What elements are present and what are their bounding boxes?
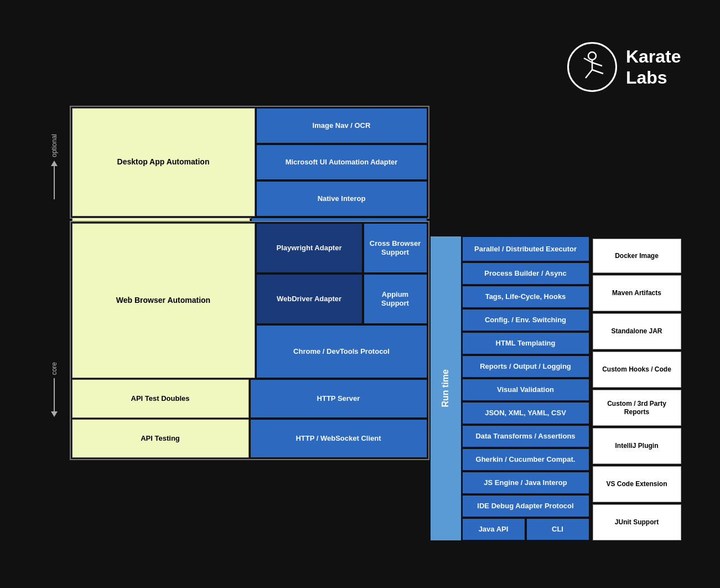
white-panels-list: Docker Image Maven Artifacts Standalone … [593, 239, 681, 540]
optional-arrow [51, 161, 58, 199]
api-test-doubles-row: API Test Doubles HTTP Server [72, 379, 427, 418]
ide-debug-btn[interactable]: IDE Debug Adapter Protocol [462, 495, 589, 517]
core-section: Web Browser Automation Playwright Adapte… [70, 221, 429, 460]
arrow-down-icon [51, 411, 58, 417]
logo-text: KarateLabs [626, 46, 681, 89]
logo-circle [567, 42, 617, 92]
support-col: Cross Browser Support Appium Support [364, 223, 427, 324]
web-browser-label: Web Browser Automation [72, 223, 255, 378]
config-env-btn[interactable]: Config. / Env. Switching [462, 309, 589, 331]
center-panels: Parallel / Distributed Executor Process … [462, 106, 589, 540]
svg-line-4 [586, 70, 592, 78]
api-testing-label: API Testing [72, 419, 249, 458]
data-transforms-btn[interactable]: Data Transforms / Assertions [462, 425, 589, 447]
vscode-extension-btn[interactable]: VS Code Extension [593, 466, 681, 502]
process-builder-btn[interactable]: Process Builder / Async [462, 262, 589, 285]
core-arrow-line [54, 378, 55, 411]
arrow-up-icon [51, 161, 58, 166]
intellij-plugin-btn[interactable]: IntelliJ Plugin [593, 428, 681, 464]
tags-lifecycle-btn[interactable]: Tags, Life-Cycle, Hooks [462, 286, 589, 308]
svg-line-5 [592, 70, 603, 74]
reports-output-btn[interactable]: Reports / Output / Logging [462, 355, 589, 378]
custom-hooks-btn[interactable]: Custom Hooks / Code [593, 352, 681, 388]
optional-arrow-group: optional [50, 106, 58, 228]
desktop-app-buttons: Image Nav / OCR Microsoft UI Automation … [256, 108, 427, 216]
far-right-spacer [593, 106, 681, 236]
http-websocket-btn[interactable]: HTTP / WebSocket Client [250, 419, 427, 458]
optional-section: Desktop App Automation Image Nav / OCR M… [70, 106, 429, 219]
runtime-col: Run time [431, 106, 461, 540]
optional-label: optional [50, 134, 58, 157]
desktop-app-label: Desktop App Automation [72, 108, 255, 216]
visual-validation-btn[interactable]: Visual Validation [462, 379, 589, 401]
center-area: Desktop App Automation Image Nav / OCR M… [70, 106, 429, 540]
core-label: core [50, 362, 58, 375]
api-testing-row: API Testing HTTP / WebSocket Client [72, 419, 427, 458]
http-server-btn[interactable]: HTTP Server [250, 379, 427, 418]
center-spacer [462, 106, 589, 236]
diagram: optional core Desktop [39, 106, 681, 540]
svg-point-0 [588, 52, 596, 60]
svg-line-2 [584, 58, 592, 63]
blue-panels-list: Parallel / Distributed Executor Process … [462, 236, 589, 540]
core-arrow [51, 378, 58, 417]
far-right-col: Docker Image Maven Artifacts Standalone … [593, 106, 681, 540]
web-browser-row: Web Browser Automation Playwright Adapte… [72, 223, 427, 378]
optional-inner: Desktop App Automation Image Nav / OCR M… [72, 108, 427, 216]
html-templating-btn[interactable]: HTML Templating [462, 332, 589, 354]
api-test-doubles-label: API Test Doubles [72, 379, 249, 418]
custom-3rd-party-btn[interactable]: Custom / 3rd Party Reports [593, 390, 681, 426]
image-nav-btn[interactable]: Image Nav / OCR [256, 108, 427, 143]
runtime-panel: Run time [431, 236, 461, 540]
svg-line-3 [592, 63, 602, 66]
js-engine-btn[interactable]: JS Engine / Java Interop [462, 472, 589, 494]
adapters-col: Playwright Adapter WebDriver Adapter [256, 223, 362, 324]
java-api-btn[interactable]: Java API [462, 518, 525, 540]
web-browser-inner: Playwright Adapter WebDriver Adapter Cro… [256, 223, 427, 378]
left-arrow-col: optional core [39, 106, 70, 540]
runtime-spacer [431, 106, 461, 236]
core-arrow-group: core [50, 228, 58, 540]
main-container: KarateLabs optional core [28, 37, 692, 551]
ms-ui-btn[interactable]: Microsoft UI Automation Adapter [256, 145, 427, 180]
cross-browser-btn[interactable]: Cross Browser Support [364, 223, 427, 273]
appium-btn[interactable]: Appium Support [364, 274, 427, 324]
playwright-adapter-btn[interactable]: Playwright Adapter [256, 223, 362, 273]
parallel-executor-btn[interactable]: Parallel / Distributed Executor [462, 236, 589, 261]
logo-area: KarateLabs [567, 42, 681, 92]
web-browser-top-row: Playwright Adapter WebDriver Adapter Cro… [256, 223, 427, 324]
maven-artifacts-btn[interactable]: Maven Artifacts [593, 275, 681, 311]
docker-image-btn[interactable]: Docker Image [593, 239, 681, 273]
cli-btn[interactable]: CLI [526, 518, 589, 540]
java-cli-row: Java API CLI [462, 518, 589, 540]
chrome-devtools-btn[interactable]: Chrome / DevTools Protocol [256, 325, 427, 378]
standalone-jar-btn[interactable]: Standalone JAR [593, 313, 681, 349]
runtime-label: Run time [440, 369, 452, 407]
arrow-line [54, 166, 55, 199]
webdriver-adapter-btn[interactable]: WebDriver Adapter [256, 274, 362, 324]
karate-icon [576, 50, 609, 84]
gherkin-btn[interactable]: Gherkin / Cucumber Compat. [462, 448, 589, 471]
junit-support-btn[interactable]: JUnit Support [593, 504, 681, 540]
native-interop-btn[interactable]: Native Interop [256, 181, 427, 216]
json-xml-btn[interactable]: JSON, XML, YAML, CSV [462, 402, 589, 424]
